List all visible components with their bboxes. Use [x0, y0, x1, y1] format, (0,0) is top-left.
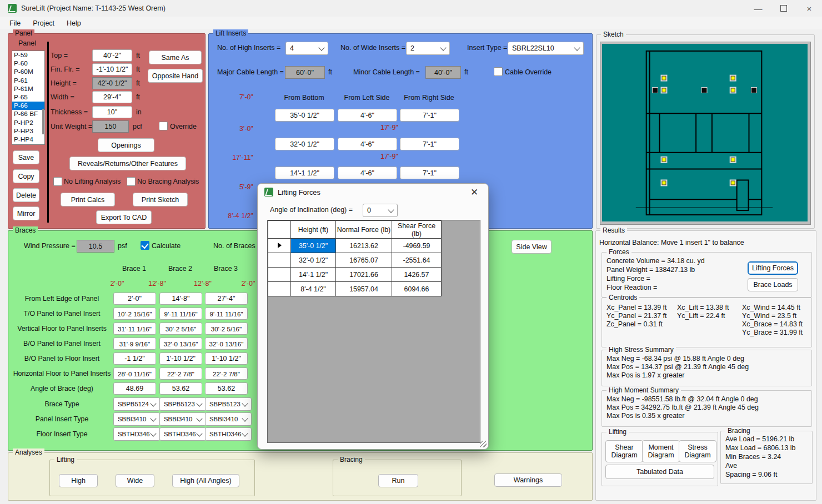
panel-insert-type-combo[interactable]: SBBI3410: [205, 412, 252, 426]
resize-grip[interactable]: [480, 441, 487, 447]
warnings-button[interactable]: Warnings: [494, 473, 562, 487]
wide-inserts-combo[interactable]: 2: [406, 42, 450, 55]
brace-cell[interactable]: 48.69: [113, 382, 156, 395]
menu-project[interactable]: Project: [27, 19, 61, 27]
grid-row[interactable]: 32'-0 1/2" 16765.07 -2551.64: [268, 253, 442, 268]
brace-cell[interactable]: 53.62: [159, 382, 202, 395]
insert-from-bottom[interactable]: 35'-0 1/2": [275, 109, 334, 122]
panel-list[interactable]: P-59 P-60 P-60M P-61 P-61M P-65 P-66 P-6…: [12, 51, 45, 145]
list-item[interactable]: P-HP3: [12, 127, 44, 135]
high-analysis-button[interactable]: High: [59, 474, 98, 487]
brace-type-combo[interactable]: SBPB5123: [159, 397, 206, 411]
cable-override-checkbox[interactable]: [494, 67, 503, 76]
brace-cell[interactable]: 32'-0 13/16": [205, 337, 248, 350]
brace-cell[interactable]: 2'-0": [113, 293, 156, 305]
run-button[interactable]: Run: [378, 474, 418, 487]
insert-from-left[interactable]: 4'-6": [338, 167, 397, 179]
print-sketch-button[interactable]: Print Sketch: [133, 193, 188, 206]
minimize-button[interactable]: —: [745, 0, 771, 17]
insert-from-left[interactable]: 4'-6": [338, 138, 397, 150]
list-item[interactable]: P-59: [12, 51, 44, 59]
grid-row[interactable]: 8'-4 1/2" 15957.04 6094.66: [268, 282, 442, 296]
normal-force-cell[interactable]: 16213.62: [336, 239, 392, 253]
grid-row-selected[interactable]: 35'-0 1/2" 16213.62 -4969.59: [268, 239, 442, 253]
shear-force-cell[interactable]: 6094.66: [392, 282, 442, 296]
angle-of-inclination-combo[interactable]: 0: [363, 204, 398, 217]
list-item-selected[interactable]: P-66: [12, 102, 44, 110]
wide-analysis-button[interactable]: Wide: [116, 474, 154, 487]
mirror-button[interactable]: Mirror: [13, 206, 39, 220]
insert-type-combo[interactable]: SBRL22SL10: [508, 42, 584, 55]
no-bracing-analysis-checkbox[interactable]: [127, 177, 136, 186]
insert-from-bottom[interactable]: 32'-0 1/2": [275, 138, 334, 150]
list-item[interactable]: P-60: [12, 59, 44, 68]
print-calcs-button[interactable]: Print Calcs: [61, 193, 115, 206]
brace-loads-button[interactable]: Brace Loads: [748, 278, 798, 291]
panel-insert-type-combo[interactable]: SBBI3410: [159, 412, 206, 426]
shear-force-cell[interactable]: 1426.57: [392, 268, 442, 282]
maximize-button[interactable]: [771, 0, 796, 17]
calculate-checkbox[interactable]: [141, 241, 149, 250]
brace-cell[interactable]: 1'-10 1/2": [159, 352, 202, 365]
floor-insert-type-combo[interactable]: SBTHD346: [159, 427, 206, 441]
opposite-hand-button[interactable]: Opposite Hand: [148, 69, 203, 83]
height-cell[interactable]: 8'-4 1/2": [291, 282, 336, 296]
height-cell[interactable]: 32'-0 1/2": [291, 253, 336, 268]
brace-cell[interactable]: 22'-2 7/8": [159, 367, 202, 380]
top-field[interactable]: 40'-2": [92, 49, 132, 62]
high-inserts-combo[interactable]: 4: [285, 42, 328, 55]
shear-force-cell[interactable]: -2551.64: [392, 253, 442, 268]
brace-cell[interactable]: 31'-11 1/16": [113, 322, 156, 335]
brace-cell[interactable]: 9'-11 11/16": [205, 308, 248, 320]
brace-cell[interactable]: 22'-2 7/8": [205, 367, 248, 380]
no-lifting-analysis-checkbox[interactable]: [53, 177, 62, 186]
same-as-button[interactable]: Same As: [149, 51, 202, 64]
brace-cell[interactable]: 27'-4": [205, 293, 248, 305]
brace-cell[interactable]: 1'-10 1/2": [205, 352, 248, 365]
list-scrollbar[interactable]: [42, 109, 44, 134]
delete-button[interactable]: Delete: [13, 188, 39, 202]
list-item[interactable]: P-HP4: [12, 135, 44, 144]
copy-button[interactable]: Copy: [13, 169, 39, 183]
height-cell[interactable]: 14'-1 1/2": [291, 268, 336, 282]
brace-cell[interactable]: 53.62: [205, 382, 248, 395]
normal-force-cell[interactable]: 15957.04: [336, 282, 392, 296]
brace-type-combo[interactable]: SBPB5124: [113, 397, 160, 411]
row-selector-cell[interactable]: [268, 268, 291, 282]
tabulated-data-button[interactable]: Tabulated Data: [605, 465, 714, 479]
high-all-angles-button[interactable]: High (All Angles): [172, 474, 239, 487]
floor-insert-type-combo[interactable]: SBTHD346: [205, 427, 252, 441]
menu-help[interactable]: Help: [61, 19, 87, 27]
row-selector-cell[interactable]: [268, 282, 291, 296]
brace-cell[interactable]: 14'-8": [159, 293, 202, 305]
list-item[interactable]: P-66 BF: [12, 110, 44, 118]
brace-cell[interactable]: 28'-0 11/16": [113, 367, 156, 380]
panel-insert-type-combo[interactable]: SBBI3410: [113, 412, 160, 426]
brace-cell[interactable]: 32'-0 13/16": [159, 337, 202, 350]
row-selector-cell[interactable]: [268, 239, 291, 253]
list-item[interactable]: P-61M: [12, 85, 44, 93]
width-field[interactable]: 29'-4": [92, 91, 132, 103]
shear-diagram-button[interactable]: Shear Diagram: [605, 440, 643, 462]
override-checkbox[interactable]: [159, 122, 168, 130]
side-view-button[interactable]: Side View: [512, 240, 552, 254]
lifting-forces-button[interactable]: Lifting Forces: [748, 261, 798, 275]
brace-cell[interactable]: 9'-11 11/16": [159, 308, 202, 320]
list-item[interactable]: P-60M: [12, 68, 44, 76]
lifting-forces-grid[interactable]: Height (ft) Normal Force (lb) Shear Forc…: [267, 220, 480, 443]
brace-cell[interactable]: -1 1/2": [113, 352, 156, 365]
list-item[interactable]: P-HP2: [12, 119, 44, 127]
dialog-close-button[interactable]: ✕: [467, 186, 482, 198]
floor-insert-type-combo[interactable]: SBTHD346: [113, 427, 160, 441]
fin-flr-field[interactable]: -1'-10 1/2": [92, 63, 132, 75]
brace-cell[interactable]: 31'-9 9/16": [113, 337, 156, 350]
height-cell[interactable]: 35'-0 1/2": [291, 239, 336, 253]
brace-type-combo[interactable]: SBPB5123: [205, 397, 252, 411]
close-button[interactable]: ×: [796, 0, 822, 17]
row-selector-cell[interactable]: [268, 253, 291, 268]
brace-cell[interactable]: 30'-2 5/16": [205, 322, 248, 335]
insert-from-left[interactable]: 4'-6": [338, 109, 397, 122]
openings-button[interactable]: Openings: [98, 138, 154, 152]
shear-force-cell[interactable]: -4969.59: [392, 239, 442, 253]
brace-cell[interactable]: 10'-2 15/16": [113, 308, 156, 320]
